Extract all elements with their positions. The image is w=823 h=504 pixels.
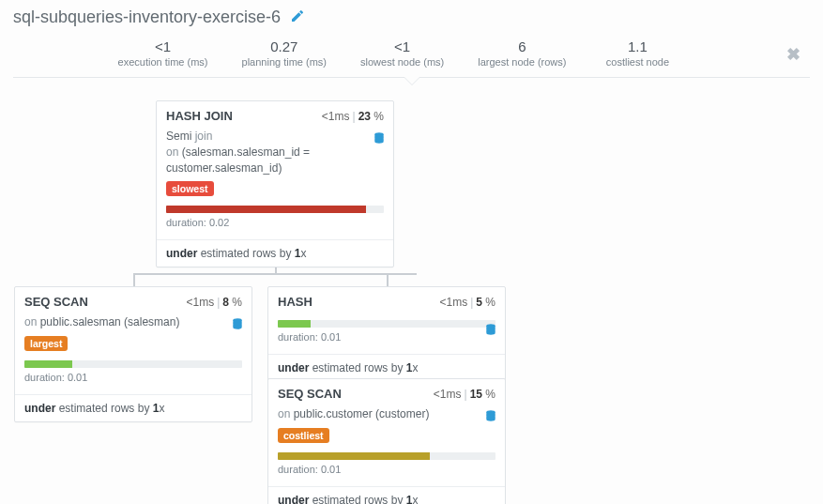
database-icon: [484, 408, 497, 426]
node-estimate: under estimated rows by 1x: [15, 394, 251, 421]
duration-bar: [24, 360, 242, 368]
database-icon: [484, 322, 497, 340]
tag-costliest: costliest: [278, 428, 329, 443]
node-desc: on public.salesman (salesman): [24, 314, 242, 330]
connector: [133, 273, 417, 275]
connector: [133, 273, 135, 286]
tag-largest: largest: [24, 336, 68, 351]
node-desc: Semi join on (salesman.salesman_id = cus…: [166, 129, 384, 176]
duration-bar: [278, 452, 495, 460]
duration-label: duration: 0.01: [278, 464, 495, 475]
metric-slowest-node: <1 slowest node (ms): [360, 38, 444, 68]
node-desc: on public.customer (customer): [278, 406, 495, 422]
metric-largest-node: 6 largest node (rows): [478, 38, 566, 68]
duration-label: duration: 0.01: [24, 372, 242, 383]
node-hash[interactable]: HASH <1ms|5 % duration: 0.01 under estim…: [267, 286, 506, 382]
database-icon: [373, 130, 386, 148]
node-estimate: under estimated rows by 1x: [268, 354, 505, 381]
node-title: SEQ SCAN: [24, 295, 88, 309]
duration-label: duration: 0.02: [166, 217, 384, 228]
page-title: sql-subqueries-inventory-exercise-6: [13, 8, 281, 27]
node-title: HASH: [278, 295, 312, 309]
duration-bar: [278, 320, 495, 328]
node-stats: <1ms|23 %: [322, 110, 384, 123]
node-hash-join[interactable]: HASH JOIN <1ms|23 % Semi join on (salesm…: [156, 100, 394, 267]
plan-tree: HASH JOIN <1ms|23 % Semi join on (salesm…: [0, 78, 823, 491]
node-title: SEQ SCAN: [278, 387, 342, 401]
node-title: HASH JOIN: [166, 109, 233, 123]
edit-icon[interactable]: [290, 8, 305, 26]
metric-execution-time: <1 execution time (ms): [118, 38, 208, 68]
node-stats: <1ms|8 %: [186, 296, 242, 309]
close-icon[interactable]: ✖: [786, 44, 800, 65]
duration-bar: [166, 206, 384, 213]
connector: [387, 273, 389, 286]
metrics-bar: <1 execution time (ms) 0.27 planning tim…: [13, 35, 810, 78]
node-stats: <1ms|5 %: [439, 296, 495, 309]
metric-planning-time: 0.27 planning time (ms): [242, 38, 327, 68]
node-estimate: under estimated rows by 1x: [268, 486, 505, 504]
database-icon: [231, 316, 244, 334]
node-stats: <1ms|15 %: [434, 388, 495, 401]
node-estimate: under estimated rows by 1x: [157, 239, 393, 267]
duration-label: duration: 0.01: [278, 331, 495, 343]
node-seq-scan-customer[interactable]: SEQ SCAN <1ms|15 % on public.customer (c…: [267, 378, 506, 504]
tag-slowest: slowest: [166, 181, 214, 196]
metric-costliest-node: 1.1 costliest node: [600, 38, 675, 68]
node-seq-scan-salesman[interactable]: SEQ SCAN <1ms|8 % on public.salesman (sa…: [14, 286, 252, 422]
